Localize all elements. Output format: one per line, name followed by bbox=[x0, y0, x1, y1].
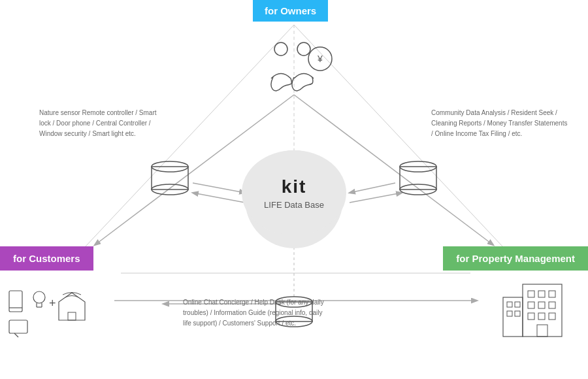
small-win2 bbox=[515, 302, 520, 307]
small-win1 bbox=[507, 302, 512, 307]
lightbulb-icon bbox=[33, 291, 45, 303]
owners-label: for Owners bbox=[253, 0, 328, 22]
info-right: Community Data Analysis / Resident Seek … bbox=[431, 108, 568, 139]
person2-body bbox=[294, 74, 314, 79]
small-win3 bbox=[507, 311, 512, 316]
person2-head bbox=[297, 42, 310, 56]
person1-head bbox=[274, 42, 287, 56]
house-icon bbox=[59, 293, 85, 320]
person2-full bbox=[292, 77, 313, 91]
life-database-label: LIFE Data Base bbox=[264, 200, 324, 210]
building-win7 bbox=[528, 313, 534, 320]
svg-text:¥: ¥ bbox=[317, 54, 323, 64]
building-main bbox=[523, 284, 562, 337]
diagram: ¥ + bbox=[0, 0, 588, 379]
arrow-db-right-center bbox=[350, 183, 395, 193]
house-door bbox=[68, 312, 76, 320]
building-win4 bbox=[528, 302, 534, 308]
building-win8 bbox=[538, 313, 545, 320]
building-win9 bbox=[549, 313, 555, 320]
arrow-center-db-right bbox=[350, 193, 402, 203]
small-win4 bbox=[515, 311, 520, 316]
person1-full bbox=[271, 77, 291, 91]
smartphone-icon bbox=[9, 291, 22, 312]
kit-logo: kit bbox=[282, 176, 307, 197]
building-win5 bbox=[538, 302, 545, 308]
info-bottom: Online Chat Concierge / Help Desk (for a… bbox=[183, 297, 327, 329]
customers-label: for Customers bbox=[0, 246, 93, 271]
person1-body bbox=[271, 74, 291, 79]
tv-stand bbox=[14, 333, 18, 337]
building-win1 bbox=[528, 291, 534, 297]
tv-icon bbox=[9, 320, 27, 333]
building-win2 bbox=[538, 291, 545, 297]
info-left: Nature sensor Remote controller / Smart … bbox=[39, 108, 163, 139]
building-win6 bbox=[549, 302, 555, 308]
building-win3 bbox=[549, 291, 555, 297]
building-door bbox=[537, 325, 547, 337]
arrow-center-db-left bbox=[193, 193, 245, 203]
arrow-db-left-center bbox=[193, 183, 245, 193]
property-label: for Property Management bbox=[443, 246, 588, 271]
plus-icon: + bbox=[49, 297, 56, 310]
center-circle: kit LIFE Data Base bbox=[242, 150, 346, 235]
